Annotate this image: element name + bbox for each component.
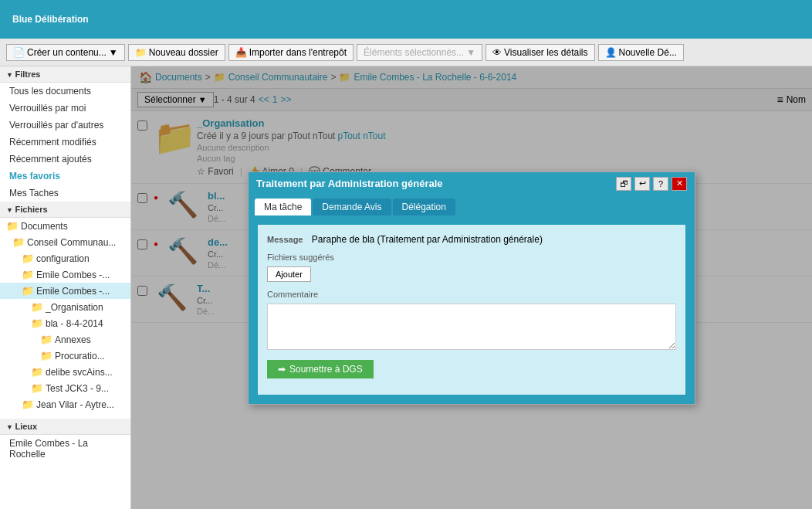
folder-icon-test: 📁 [31, 382, 43, 394]
tab-demande-avis[interactable]: Demande Avis [313, 199, 391, 215]
fichiers-section-title: Fichiers [0, 202, 130, 218]
tree-item-bla[interactable]: 📁 bla - 8-4-2014 [0, 315, 130, 331]
folder-icon-jean: 📁 [22, 399, 34, 410]
commentaire-textarea[interactable] [267, 304, 676, 350]
app-header: Blue Délibération [0, 0, 812, 39]
folder-icon-bla: 📁 [31, 317, 43, 329]
tree-item-test[interactable]: 📁 Test JCK3 - 9... [0, 380, 130, 396]
message-label: Message [267, 235, 303, 244]
modal-title: Traitement par Administration générale [256, 178, 443, 189]
tree-item-jean[interactable]: 📁 Jean Vilar - Aytre... [0, 396, 130, 412]
modal-body: Message Paraphe de bla (Traitement par A… [249, 215, 695, 404]
lieux-section-title: Lieux [0, 419, 130, 435]
new-delib-button[interactable]: 👤 Nouvelle Dé... [598, 44, 684, 61]
folder-icon-config: 📁 [22, 253, 34, 264]
sidebar-item-verr-autres[interactable]: Verrouillés par d'autres [0, 117, 130, 134]
tree-item-delibe-svc[interactable]: 📁 delibe svcAins... [0, 364, 130, 380]
sidebar-lieux-emile[interactable]: Emile Combes - La Rochelle [0, 435, 130, 463]
eye-icon: 👁 [492, 47, 502, 58]
main-layout: Filtres Tous les documents Verrouillés p… [0, 66, 812, 509]
tree-item-emile2[interactable]: 📁 Emile Combes -... [0, 283, 130, 299]
modal-close-button[interactable]: ✕ [672, 177, 687, 191]
sidebar-item-recent-add[interactable]: Récemment ajoutés [0, 151, 130, 168]
modal-restore-button[interactable]: 🗗 [616, 177, 631, 191]
sidebar-item-favoris[interactable]: Mes favoris [0, 168, 130, 185]
modal-back-button[interactable]: ↩ [634, 177, 650, 191]
import-button[interactable]: 📥 Importer dans l'entrepôt [228, 44, 354, 61]
tree-item-annexes[interactable]: 📁 Annexes [0, 331, 130, 348]
tree-item-procuration[interactable]: 📁 Procuratio... [0, 348, 130, 364]
app-title: Blue Délibération [12, 14, 89, 25]
modal-header: Traitement par Administration générale 🗗… [249, 172, 695, 195]
commentaire-field: Commentaire [267, 290, 676, 352]
filtres-section-title: Filtres [0, 66, 130, 83]
tree-item-documents[interactable]: 📁 Documents [0, 218, 130, 234]
user-icon: 👤 [605, 47, 617, 58]
content-area: 🏠 Documents > 📁 Conseil Communautaire > … [131, 66, 812, 509]
new-folder-button[interactable]: 📁 Nouveau dossier [128, 44, 225, 61]
folder-icon: 📁 [135, 47, 147, 58]
sidebar-item-recent-mod[interactable]: Récemment modifiés [0, 134, 130, 151]
fichiers-label: Fichiers suggérés [267, 253, 676, 262]
tab-ma-tache[interactable]: Ma tâche [255, 199, 311, 215]
tree-item-conseil[interactable]: 📁 Conseil Communau... [0, 234, 130, 250]
submit-arrow-icon: ➡ [278, 364, 286, 375]
folder-icon-conseil: 📁 [12, 236, 25, 248]
modal-help-button[interactable]: ? [653, 177, 668, 191]
modal-controls: 🗗 ↩ ? ✕ [616, 177, 687, 191]
folder-icon-emile1: 📁 [22, 269, 34, 280]
submit-button[interactable]: ➡ Soumettre à DGS [267, 360, 374, 378]
selected-items-button[interactable]: Éléments sélectionnés... ▼ [357, 44, 482, 61]
folder-icon-annexes: 📁 [40, 334, 52, 345]
document-icon: 📄 [13, 47, 25, 58]
message-value: Paraphe de bla (Traitement par Administr… [312, 234, 543, 245]
sidebar-item-verr-moi[interactable]: Verrouillés par moi [0, 100, 130, 117]
fichiers-field: Fichiers suggérés Ajouter [267, 253, 676, 282]
message-field: Message Paraphe de bla (Traitement par A… [267, 234, 676, 245]
modal-tabs: Ma tâche Demande Avis Délégation [249, 195, 695, 215]
add-fichier-button[interactable]: Ajouter [267, 266, 311, 282]
toolbar: 📄 Créer un contenu... ▼ 📁 Nouveau dossie… [0, 39, 812, 66]
modal-overlay: Traitement par Administration générale 🗗… [131, 66, 812, 509]
folder-icon-delibe-svc: 📁 [31, 366, 43, 378]
folder-icon-org: 📁 [31, 301, 43, 313]
modal-dialog: Traitement par Administration générale 🗗… [248, 171, 695, 405]
dropdown-icon: ▼ [109, 47, 118, 58]
create-content-button[interactable]: 📄 Créer un contenu... ▼ [6, 44, 125, 61]
tree-item-emile1[interactable]: 📁 Emile Combes -... [0, 266, 130, 283]
view-details-button[interactable]: 👁 Visualiser les détails [486, 44, 595, 61]
modal-inner: Message Paraphe de bla (Traitement par A… [258, 225, 685, 395]
sidebar-item-taches[interactable]: Mes Taches [0, 185, 130, 202]
import-icon: 📥 [235, 47, 247, 58]
dropdown-icon2: ▼ [466, 47, 475, 58]
folder-icon-proc: 📁 [40, 350, 52, 361]
tree-item-config[interactable]: 📁 configuration [0, 250, 130, 266]
tab-delegation[interactable]: Délégation [393, 199, 455, 215]
tree-item-organisation[interactable]: 📁 _Organisation [0, 299, 130, 315]
lieux-section: Lieux Emile Combes - La Rochelle [0, 419, 130, 463]
commentaire-label: Commentaire [267, 290, 676, 299]
sidebar-item-tous[interactable]: Tous les documents [0, 83, 130, 100]
folder-icon-emile2: 📁 [22, 285, 34, 297]
sidebar: Filtres Tous les documents Verrouillés p… [0, 66, 131, 509]
submit-label: Soumettre à DGS [289, 364, 363, 375]
folder-icon-docs: 📁 [6, 220, 19, 232]
